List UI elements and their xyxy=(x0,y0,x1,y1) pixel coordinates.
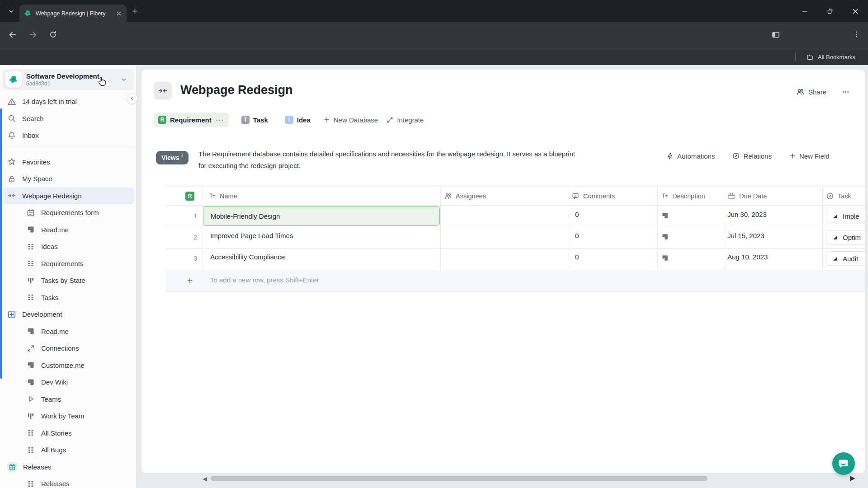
lock-icon xyxy=(7,174,16,183)
hscroll-right-arrow[interactable]: ▶ xyxy=(850,474,855,482)
requirements-table: R Name Assignees Comments Description xyxy=(165,187,865,291)
sidebar-item-releases[interactable]: Releases xyxy=(0,459,137,476)
column-header-description[interactable]: Description xyxy=(661,187,705,205)
sidebar-item-webpage-redesign[interactable]: Webpage Redesign xyxy=(3,188,134,205)
sidebar-item-tasks-by-state[interactable]: Tasks by State xyxy=(0,272,137,289)
mouse-cursor xyxy=(97,76,108,87)
sidebar-item-work-by-team[interactable]: Work by Team xyxy=(0,408,137,425)
forward-icon[interactable] xyxy=(28,30,38,39)
sidebar-item-development[interactable]: Development xyxy=(0,306,137,323)
share-button[interactable]: Share xyxy=(796,88,826,96)
name-cell[interactable]: Accessibility Compliance xyxy=(210,253,285,261)
comments-cell[interactable]: 0 xyxy=(575,232,579,239)
task-link-cell[interactable]: Imple xyxy=(826,209,865,223)
due-date-cell[interactable]: Jun 30, 2023 xyxy=(727,211,767,218)
add-row[interactable]: + To add a new row, press Shift+Enter xyxy=(165,270,865,291)
relations-button[interactable]: Relations xyxy=(732,152,772,160)
sidebar-item-teams[interactable]: Teams xyxy=(0,391,137,408)
tab-idea[interactable]: I Idea xyxy=(281,113,315,127)
table-icon xyxy=(26,479,35,488)
reload-icon[interactable] xyxy=(49,30,57,39)
sidebar-item-requirements[interactable]: Requirements xyxy=(0,255,137,272)
sidebar-scrollbar[interactable] xyxy=(0,108,2,379)
task-link-cell[interactable]: Audit xyxy=(826,251,865,266)
comments-cell[interactable]: 0 xyxy=(575,211,579,218)
sidebar-item-ideas[interactable]: Ideas xyxy=(0,238,137,255)
integrate-button[interactable]: Integrate xyxy=(386,116,424,124)
sidebar-item-my-space[interactable]: My Space xyxy=(0,170,137,188)
table-icon xyxy=(26,242,35,251)
sidebar-item-search[interactable]: Search xyxy=(0,110,137,127)
sidebar-item-connections[interactable]: Connections xyxy=(0,340,137,357)
tab-task[interactable]: T Task xyxy=(237,113,273,127)
chevron-down-icon[interactable] xyxy=(120,76,127,83)
column-header-due-date[interactable]: Due Date xyxy=(727,187,767,205)
fibery-app: Software Development 6ad8d3d1 14 days le… xyxy=(0,65,868,488)
name-cell[interactable]: Improved Page Load Times xyxy=(210,232,293,239)
hscroll-left-arrow[interactable]: ◀ xyxy=(203,475,207,482)
views-count: 3 xyxy=(180,153,183,158)
chat-widget-button[interactable] xyxy=(832,452,855,475)
sidebar-collapse-button[interactable] xyxy=(127,93,137,104)
description-doc-icon[interactable] xyxy=(661,233,669,241)
column-header-task[interactable]: Task xyxy=(826,187,851,205)
new-tab-button[interactable] xyxy=(131,7,139,15)
window-minimize-button[interactable] xyxy=(792,0,817,22)
all-bookmarks-label: All Bookmarks xyxy=(818,54,855,61)
browser-menu-icon[interactable] xyxy=(853,30,861,38)
database-more-icon[interactable]: ··· xyxy=(216,116,224,124)
sidebar-item-favorites[interactable]: Favorites xyxy=(0,154,137,171)
workspace-switcher[interactable]: Software Development 6ad8d3d1 xyxy=(3,69,134,90)
due-date-cell[interactable]: Aug 10, 2023 xyxy=(727,253,768,261)
description-doc-icon[interactable] xyxy=(661,254,669,262)
sidebar-item-trial[interactable]: 14 days left in trial xyxy=(0,93,137,110)
rich-text-icon xyxy=(661,192,669,200)
tab-requirement[interactable]: R Requirement ··· xyxy=(154,113,229,127)
sidebar-item-all-stories[interactable]: All Stories xyxy=(0,425,137,442)
description-doc-icon[interactable] xyxy=(661,211,669,220)
sidebar: Software Development 6ad8d3d1 14 days le… xyxy=(0,65,137,488)
tab-close-icon[interactable] xyxy=(116,10,122,17)
side-panel-icon[interactable] xyxy=(771,30,780,39)
gift-icon xyxy=(8,462,17,471)
integrate-icon xyxy=(386,116,394,124)
more-options-icon[interactable] xyxy=(841,88,850,96)
new-field-button[interactable]: New Field xyxy=(789,152,830,160)
add-row-plus-icon[interactable]: + xyxy=(187,276,193,286)
comments-cell[interactable]: 0 xyxy=(575,253,579,261)
new-database-button[interactable]: New Database xyxy=(323,116,378,124)
board-icon xyxy=(26,412,35,421)
space-icon xyxy=(154,82,172,100)
sidebar-item-all-bugs[interactable]: All Bugs xyxy=(0,441,137,459)
comment-icon xyxy=(571,192,580,200)
sidebar-item-releases-table[interactable]: Releases xyxy=(0,475,137,488)
automations-button[interactable]: Automations xyxy=(666,152,715,160)
selected-name-cell[interactable]: Mobile-Friendly Design xyxy=(203,206,440,226)
sidebar-item-dev-wiki[interactable]: Dev Wiki xyxy=(0,374,137,391)
window-close-button[interactable] xyxy=(843,0,868,22)
sidebar-item-tasks[interactable]: Tasks xyxy=(0,289,137,306)
views-button[interactable]: Views 3 xyxy=(156,151,189,164)
hscroll-thumb[interactable] xyxy=(211,476,708,481)
task-entity-icon xyxy=(832,234,839,241)
window-restore-button[interactable] xyxy=(817,0,843,22)
column-header-name[interactable]: Name xyxy=(208,187,237,205)
play-icon xyxy=(26,394,35,404)
back-icon[interactable] xyxy=(8,30,17,39)
sidebar-item-customize-me[interactable]: Customize.me xyxy=(0,357,137,374)
table-icon xyxy=(26,259,35,268)
sidebar-item-inbox[interactable]: Inbox xyxy=(0,127,137,144)
sidebar-item-readme[interactable]: Read.me xyxy=(0,221,137,239)
column-header-comments[interactable]: Comments xyxy=(571,187,615,205)
column-header-assignees[interactable]: Assignees xyxy=(444,187,486,205)
browser-tab[interactable]: Webpage Redesign | Fibery xyxy=(19,5,127,22)
all-bookmarks-button[interactable]: All Bookmarks xyxy=(795,52,855,61)
sidebar-item-readme-dev[interactable]: Read.me xyxy=(0,323,137,340)
task-link-cell[interactable]: Optim xyxy=(826,230,865,244)
browser-tabstrip: Webpage Redesign | Fibery xyxy=(0,0,868,22)
due-date-cell[interactable]: Jul 15, 2023 xyxy=(727,232,764,239)
sidebar-item-requirements-form[interactable]: Requirements form xyxy=(0,204,137,221)
tab-search-button[interactable] xyxy=(5,5,17,17)
database-description: The Requirement database contains detail… xyxy=(198,148,639,172)
people-icon xyxy=(796,88,805,96)
